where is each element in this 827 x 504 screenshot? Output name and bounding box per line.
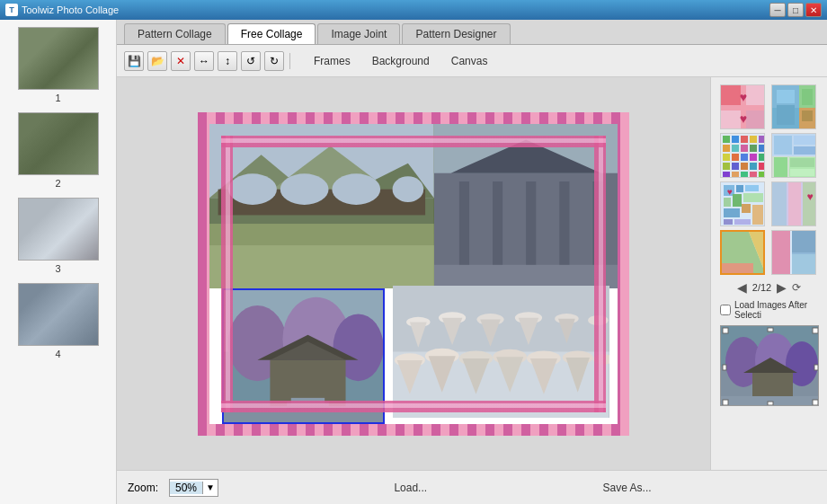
svg-text:♥: ♥ <box>739 111 746 126</box>
frames-label: Frames <box>314 55 351 67</box>
pattern-thumb-7[interactable] <box>720 230 765 275</box>
tab-free-collage[interactable]: Free Collage <box>227 23 316 44</box>
app-body: 1 2 3 4 Pattern Collage Free Collage Ima… <box>0 20 827 504</box>
svg-rect-77 <box>732 136 739 143</box>
load-button[interactable]: Load... <box>394 482 427 494</box>
svg-rect-136 <box>792 231 816 252</box>
svg-rect-134 <box>772 231 790 275</box>
minimize-button[interactable]: ─ <box>769 3 786 17</box>
svg-point-58 <box>588 315 609 325</box>
svg-rect-62 <box>721 111 741 129</box>
svg-rect-103 <box>774 136 792 155</box>
resize-toolbar-button[interactable]: ↕ <box>218 51 237 71</box>
zoom-value: 50% <box>170 482 203 494</box>
thumbnail-item-3[interactable]: 3 <box>18 198 99 274</box>
flip-h-toolbar-button[interactable]: ↔ <box>194 51 214 71</box>
pattern-nav-current: 2/12 <box>752 282 771 293</box>
prev-pattern-button[interactable]: ◀ <box>737 280 747 295</box>
svg-rect-60 <box>721 85 741 105</box>
pattern-thumb-3[interactable] <box>720 133 765 178</box>
svg-text:♥: ♥ <box>806 190 813 203</box>
refresh-pattern-button[interactable]: ⟳ <box>792 281 801 294</box>
svg-rect-100 <box>759 172 764 177</box>
collage-image-2[interactable] <box>434 124 618 289</box>
delete-toolbar-button[interactable]: ✕ <box>171 51 191 71</box>
open-toolbar-button[interactable]: 📂 <box>147 51 167 71</box>
svg-rect-121 <box>734 219 751 225</box>
svg-rect-99 <box>750 172 757 177</box>
pattern-thumb-8[interactable] <box>771 230 816 275</box>
svg-rect-125 <box>772 182 787 226</box>
svg-text:♥: ♥ <box>739 90 746 104</box>
svg-text:♥: ♥ <box>727 187 733 197</box>
collage-image-4[interactable] <box>393 286 609 418</box>
close-button[interactable]: ✕ <box>805 3 822 17</box>
canvas-area <box>117 77 710 470</box>
svg-rect-71 <box>777 90 795 103</box>
thumbnail-image-4[interactable] <box>18 283 99 346</box>
svg-rect-106 <box>774 157 787 177</box>
svg-rect-105 <box>794 146 815 155</box>
svg-rect-149 <box>723 400 728 405</box>
svg-rect-153 <box>723 365 726 370</box>
next-pattern-button[interactable]: ▶ <box>777 280 787 295</box>
right-panel: ♥ ♥ <box>710 77 827 470</box>
pattern-grid: ♥ ♥ <box>720 84 819 275</box>
svg-rect-152 <box>768 402 773 405</box>
svg-rect-104 <box>794 136 815 145</box>
svg-rect-154 <box>814 365 818 370</box>
svg-rect-80 <box>759 136 764 143</box>
pattern-thumb-5[interactable]: ♥ <box>720 181 765 226</box>
zoom-select[interactable]: 50% ▼ <box>169 479 218 497</box>
svg-rect-78 <box>741 136 748 143</box>
load-images-row: Load Images After Selecti <box>716 300 822 320</box>
tab-pattern-collage[interactable]: Pattern Collage <box>124 23 226 44</box>
svg-rect-150 <box>813 400 818 405</box>
svg-rect-117 <box>724 208 740 217</box>
thumbnail-item-2[interactable]: 2 <box>18 112 99 189</box>
svg-rect-84 <box>750 145 757 152</box>
svg-rect-79 <box>750 136 757 143</box>
maximize-button[interactable]: □ <box>787 3 804 17</box>
svg-rect-87 <box>732 154 739 161</box>
collage-canvas[interactable] <box>198 112 629 436</box>
svg-rect-120 <box>724 219 733 225</box>
svg-rect-92 <box>732 163 739 170</box>
svg-rect-81 <box>723 145 730 152</box>
zoom-dropdown-arrow[interactable]: ▼ <box>203 482 218 492</box>
pattern-thumb-1[interactable]: ♥ ♥ <box>720 84 765 129</box>
svg-rect-88 <box>741 154 748 161</box>
title-bar: T Toolwiz Photo Collage ─ □ ✕ <box>0 0 827 20</box>
zoom-label: Zoom: <box>128 482 158 494</box>
thumbnail-image-2[interactable] <box>18 112 99 175</box>
tab-image-joint[interactable]: Image Joint <box>317 23 400 44</box>
svg-rect-83 <box>741 145 748 152</box>
thumbnail-image-3[interactable] <box>18 198 99 261</box>
thumbnail-item-4[interactable]: 4 <box>18 283 99 359</box>
pattern-thumb-6[interactable]: ♥ <box>771 181 816 226</box>
window-controls: ─ □ ✕ <box>769 3 822 17</box>
svg-rect-94 <box>750 163 757 170</box>
thumbnail-image-1[interactable] <box>18 27 99 90</box>
svg-rect-11 <box>209 245 434 289</box>
svg-rect-108 <box>790 158 814 167</box>
collage-image-3[interactable] <box>222 288 386 423</box>
load-images-label: Load Images After Selecti <box>734 300 822 320</box>
svg-rect-112 <box>736 185 743 192</box>
save-toolbar-button[interactable]: 💾 <box>124 51 144 71</box>
load-images-checkbox[interactable] <box>720 305 731 315</box>
app-title: Toolwiz Photo Collage <box>22 4 119 15</box>
save-as-button[interactable]: Save As... <box>603 482 652 494</box>
svg-rect-148 <box>813 328 818 333</box>
toolbar: 💾 📂 ✕ ↔ ↕ ↺ ↻ Frames Background Canvas <box>117 45 827 77</box>
redo-toolbar-button[interactable]: ↻ <box>264 51 284 71</box>
toolbar-separator-1 <box>289 53 290 69</box>
pattern-thumb-4[interactable] <box>771 133 816 178</box>
thumbnail-item-1[interactable]: 1 <box>18 27 99 103</box>
pattern-thumb-2[interactable] <box>771 84 816 129</box>
tab-pattern-designer[interactable]: Pattern Designer <box>402 23 510 44</box>
undo-toolbar-button[interactable]: ↺ <box>241 51 261 71</box>
collage-image-1[interactable] <box>209 124 434 289</box>
svg-rect-132 <box>722 263 753 275</box>
svg-rect-93 <box>741 163 748 170</box>
